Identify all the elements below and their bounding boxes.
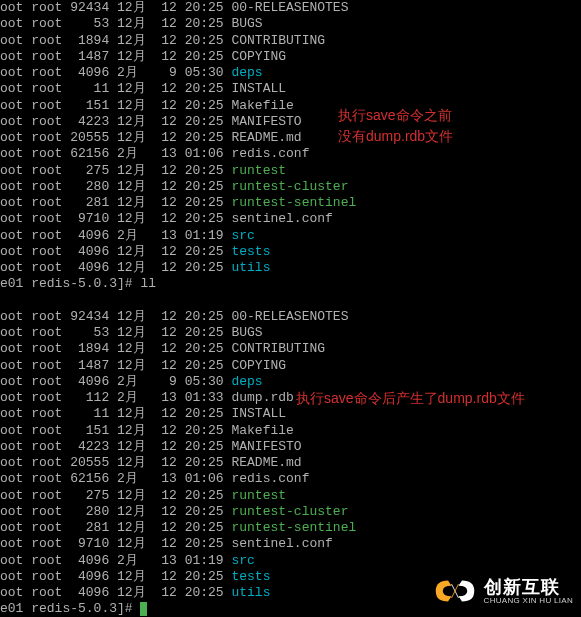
listing-row: oot root 53 12月 12 20:25 BUGS xyxy=(0,16,581,32)
listing-meta: oot root 92434 12月 12 20:25 xyxy=(0,0,231,16)
listing-meta: oot root 1487 12月 12 20:25 xyxy=(0,49,231,65)
listing-meta: oot root 4096 2月 9 05:30 xyxy=(0,374,231,390)
listing-filename: tests xyxy=(231,569,270,584)
listing-row: oot root 92434 12月 12 20:25 00-RELEASENO… xyxy=(0,309,581,325)
annotation-text: 执行save命令后产生了dump.rdb文件 xyxy=(296,390,525,406)
listing-filename: sentinel.conf xyxy=(231,536,332,551)
logo-icon xyxy=(432,577,478,605)
listing-meta: oot root 92434 12月 12 20:25 xyxy=(0,309,231,325)
listing-filename: BUGS xyxy=(231,325,262,340)
listing-row: oot root 62156 2月 13 01:06 redis.conf xyxy=(0,471,581,487)
listing-row: oot root 53 12月 12 20:25 BUGS xyxy=(0,325,581,341)
listing-filename: deps xyxy=(231,65,262,80)
listing-filename: redis.conf xyxy=(231,146,309,161)
listing-meta: oot root 4096 12月 12 20:25 xyxy=(0,244,231,260)
listing-filename: utils xyxy=(231,585,270,600)
listing-meta: oot root 4223 12月 12 20:25 xyxy=(0,439,231,455)
listing-row: oot root 280 12月 12 20:25 runtest-cluste… xyxy=(0,179,581,195)
listing-filename: MANIFESTO xyxy=(231,114,301,129)
annotation-line: 没有dump.rdb文件 xyxy=(338,126,498,147)
listing-meta: oot root 1894 12月 12 20:25 xyxy=(0,341,231,357)
listing-filename: MANIFESTO xyxy=(231,439,301,454)
listing-meta: oot root 280 12月 12 20:25 xyxy=(0,504,231,520)
listing-row: oot root 4096 2月 13 01:19 src xyxy=(0,228,581,244)
listing-filename: INSTALL xyxy=(231,81,286,96)
listing-filename: COPYING xyxy=(231,358,286,373)
listing-meta: oot root 4223 12月 12 20:25 xyxy=(0,114,231,130)
listing-meta: oot root 11 12月 12 20:25 xyxy=(0,81,231,97)
listing-meta: oot root 275 12月 12 20:25 xyxy=(0,163,231,179)
listing-meta: oot root 4096 2月 13 01:19 xyxy=(0,553,231,569)
listing-filename: runtest xyxy=(231,488,286,503)
listing-filename: src xyxy=(231,228,254,243)
listing-row: oot root 1487 12月 12 20:25 COPYING xyxy=(0,358,581,374)
listing-row: oot root 1894 12月 12 20:25 CONTRIBUTING xyxy=(0,33,581,49)
listing-filename: CONTRIBUTING xyxy=(231,341,325,356)
listing-filename: Makefile xyxy=(231,98,293,113)
listing-row: oot root 4096 2月 13 01:19 src xyxy=(0,553,581,569)
listing-meta: oot root 280 12月 12 20:25 xyxy=(0,179,231,195)
listing-filename: 00-RELEASENOTES xyxy=(231,309,348,324)
listing-meta: oot root 275 12月 12 20:25 xyxy=(0,488,231,504)
listing-meta: oot root 53 12月 12 20:25 xyxy=(0,16,231,32)
listing-filename: Makefile xyxy=(231,423,293,438)
listing-meta: oot root 1487 12月 12 20:25 xyxy=(0,358,231,374)
annotation-after-save: 执行save命令后产生了dump.rdb文件 xyxy=(296,388,581,409)
listing-meta: oot root 62156 2月 13 01:06 xyxy=(0,471,231,487)
annotation-line: 执行save命令之前 xyxy=(338,105,498,126)
watermark-logo: 创新互联 CHUANG XIN HU LIAN xyxy=(432,577,573,605)
listing-filename: src xyxy=(231,553,254,568)
listing-row: oot root 281 12月 12 20:25 runtest-sentin… xyxy=(0,520,581,536)
listing-row: oot root 275 12月 12 20:25 runtest xyxy=(0,163,581,179)
listing-filename: COPYING xyxy=(231,49,286,64)
listing-row: oot root 281 12月 12 20:25 runtest-sentin… xyxy=(0,195,581,211)
listing-filename: runtest-sentinel xyxy=(231,520,356,535)
listing-row: oot root 4223 12月 12 20:25 MANIFESTO xyxy=(0,439,581,455)
listing-filename: 00-RELEASENOTES xyxy=(231,0,348,15)
listing-meta: oot root 151 12月 12 20:25 xyxy=(0,98,231,114)
listing-row: oot root 9710 12月 12 20:25 sentinel.conf xyxy=(0,536,581,552)
listing-meta: oot root 11 12月 12 20:25 xyxy=(0,406,231,422)
listing-row: oot root 11 12月 12 20:25 INSTALL xyxy=(0,81,581,97)
listing-meta: oot root 1894 12月 12 20:25 xyxy=(0,33,231,49)
listing-row: oot root 4096 12月 12 20:25 tests xyxy=(0,244,581,260)
listing-filename: redis.conf xyxy=(231,471,309,486)
listing-row: oot root 151 12月 12 20:25 Makefile xyxy=(0,423,581,439)
listing-row: oot root 4096 12月 12 20:25 utils xyxy=(0,260,581,276)
listing-meta: oot root 4096 12月 12 20:25 xyxy=(0,260,231,276)
listing-row: oot root 62156 2月 13 01:06 redis.conf xyxy=(0,146,581,162)
listing-meta: oot root 112 2月 13 01:33 xyxy=(0,390,231,406)
cursor-icon xyxy=(140,602,147,616)
listing-row: oot root 20555 12月 12 20:25 README.md xyxy=(0,455,581,471)
listing-filename: dump.rdb xyxy=(231,390,293,405)
listing-filename: INSTALL xyxy=(231,406,286,421)
listing-meta: oot root 9710 12月 12 20:25 xyxy=(0,536,231,552)
listing-meta: oot root 281 12月 12 20:25 xyxy=(0,195,231,211)
listing-filename: README.md xyxy=(231,455,301,470)
listing-filename: tests xyxy=(231,244,270,259)
terminal-output: oot root 92434 12月 12 20:25 00-RELEASENO… xyxy=(0,0,581,617)
listing-row: oot root 4096 2月 9 05:30 deps xyxy=(0,65,581,81)
listing-meta: oot root 151 12月 12 20:25 xyxy=(0,423,231,439)
listing-meta: oot root 4096 2月 13 01:19 xyxy=(0,228,231,244)
listing-filename: utils xyxy=(231,260,270,275)
logo-text-cn: 创新互联 xyxy=(484,578,560,596)
listing-meta: oot root 20555 12月 12 20:25 xyxy=(0,130,231,146)
listing-meta: oot root 4096 12月 12 20:25 xyxy=(0,569,231,585)
listing-meta: oot root 281 12月 12 20:25 xyxy=(0,520,231,536)
listing-filename: runtest xyxy=(231,163,286,178)
listing-row: oot root 1894 12月 12 20:25 CONTRIBUTING xyxy=(0,341,581,357)
listing-filename: runtest-cluster xyxy=(231,504,348,519)
blank-line xyxy=(0,293,581,309)
listing-filename: runtest-sentinel xyxy=(231,195,356,210)
logo-text-en: CHUANG XIN HU LIAN xyxy=(484,596,573,605)
listing-filename: deps xyxy=(231,374,262,389)
listing-filename: CONTRIBUTING xyxy=(231,33,325,48)
listing-row: oot root 9710 12月 12 20:25 sentinel.conf xyxy=(0,211,581,227)
listing-row: oot root 275 12月 12 20:25 runtest xyxy=(0,488,581,504)
listing-meta: oot root 53 12月 12 20:25 xyxy=(0,325,231,341)
shell-prompt: e01 redis-5.0.3]# ll xyxy=(0,276,581,292)
listing-meta: oot root 20555 12月 12 20:25 xyxy=(0,455,231,471)
annotation-before-save: 执行save命令之前 没有dump.rdb文件 xyxy=(338,105,498,147)
listing-filename: sentinel.conf xyxy=(231,211,332,226)
